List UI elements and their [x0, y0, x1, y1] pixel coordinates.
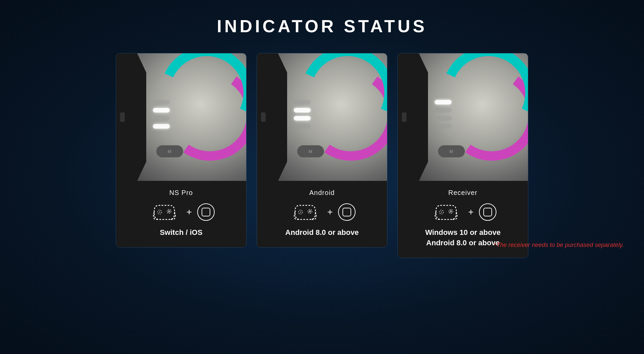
- led-lights-android: [294, 100, 311, 129]
- svg-point-22: [450, 212, 450, 212]
- nspro-compat-row: +: [148, 202, 215, 222]
- led-lights-receiver: [435, 100, 451, 129]
- svg-point-2: [159, 211, 160, 213]
- receiver-compat-row: +: [429, 202, 496, 222]
- card-android-image: M: [257, 53, 387, 181]
- gamepad-icon-android: [288, 202, 322, 222]
- led-1: [294, 100, 311, 104]
- svg-point-21: [451, 210, 452, 211]
- card-left-bar-android: [257, 53, 287, 181]
- m-button-nspro: M: [156, 145, 183, 157]
- led-2: [435, 108, 451, 112]
- led-2: [153, 108, 170, 112]
- home-icon-nspro: [197, 203, 215, 221]
- card-receiver-image: M: [398, 53, 528, 181]
- card-android-title: Android: [309, 189, 335, 197]
- gamepad-icon-receiver: [429, 202, 463, 222]
- led-2: [294, 108, 311, 112]
- svg-point-4: [168, 210, 169, 211]
- svg-point-13: [310, 210, 311, 211]
- led-lights-nspro: [153, 100, 170, 129]
- m-button-android: M: [297, 145, 324, 157]
- svg-point-18: [441, 211, 442, 213]
- svg-point-5: [169, 210, 170, 211]
- page-content: INDICATOR STATUS M NS Pro: [0, 0, 644, 258]
- card-nspro-image: M: [116, 53, 246, 181]
- svg-point-10: [300, 211, 301, 213]
- led-1: [435, 100, 451, 104]
- led-3: [435, 116, 451, 120]
- svg-point-20: [450, 210, 450, 211]
- plus-sign-android: +: [327, 207, 333, 217]
- card-receiver: M Receiver: [397, 53, 528, 258]
- svg-point-14: [309, 212, 310, 212]
- home-inner-android: [342, 208, 351, 216]
- led-1: [153, 100, 170, 104]
- card-nspro-title: NS Pro: [169, 189, 193, 197]
- plus-sign-receiver: +: [468, 207, 474, 217]
- led-4: [153, 124, 170, 129]
- card-nspro-info: NS Pro: [116, 181, 246, 247]
- plus-sign-nspro: +: [186, 207, 192, 217]
- home-icon-receiver: [479, 203, 496, 221]
- home-inner-receiver: [483, 208, 492, 216]
- svg-point-12: [309, 210, 310, 211]
- svg-point-7: [169, 212, 170, 212]
- gamepad-icon-nspro: [148, 202, 181, 222]
- led-4: [435, 124, 451, 129]
- page-title: INDICATOR STATUS: [217, 16, 427, 36]
- led-3: [153, 116, 170, 120]
- card-android: M Android: [257, 53, 387, 248]
- android-compat-row: +: [288, 202, 356, 222]
- m-button-receiver: M: [438, 145, 465, 157]
- svg-point-6: [168, 212, 169, 212]
- led-4: [294, 124, 311, 129]
- card-left-bar: [116, 53, 146, 181]
- svg-point-15: [310, 212, 311, 212]
- card-nspro-compat: Switch / iOS: [160, 227, 202, 238]
- card-receiver-title: Receiver: [448, 189, 478, 197]
- cards-container: M NS Pro: [116, 53, 528, 258]
- card-android-info: Android: [257, 181, 387, 247]
- card-receiver-compat: Windows 10 or aboveAndroid 8.0 or above: [425, 227, 501, 248]
- card-left-bar-receiver: [398, 53, 428, 181]
- footnote: *The receiver needs to be purchased sepa…: [494, 242, 624, 249]
- card-android-compat: Android 8.0 or above: [285, 227, 359, 238]
- home-inner-nspro: [202, 208, 210, 216]
- card-nspro: M NS Pro: [116, 53, 247, 248]
- home-icon-android: [338, 203, 356, 221]
- led-3: [294, 116, 311, 120]
- svg-point-23: [451, 212, 452, 212]
